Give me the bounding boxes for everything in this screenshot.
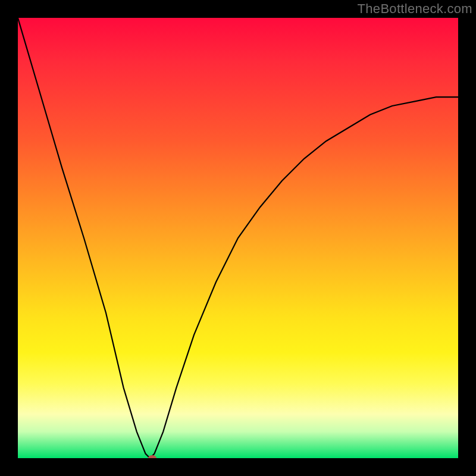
- chart-frame: TheBottleneck.com: [0, 0, 476, 476]
- plot-area: [18, 18, 458, 458]
- bottleneck-curve: [18, 18, 458, 458]
- minimum-marker: [148, 455, 156, 458]
- curve-path: [18, 18, 458, 458]
- watermark-text: TheBottleneck.com: [358, 1, 472, 17]
